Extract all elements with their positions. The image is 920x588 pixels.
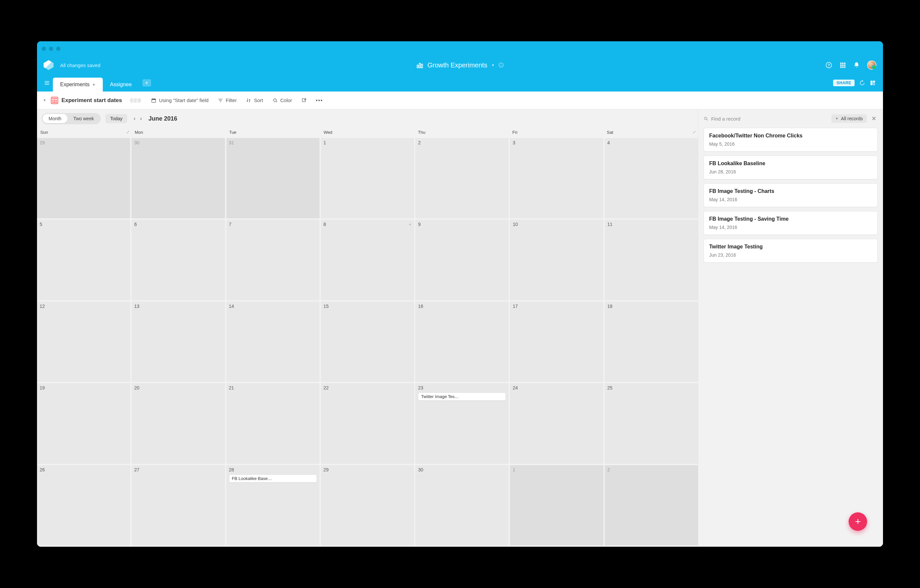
calendar-day-cell[interactable]: 2+: [605, 465, 698, 545]
help-icon[interactable]: ?: [826, 62, 832, 68]
top-right-actions: ?: [826, 60, 876, 70]
chevron-down-icon: ▼: [43, 99, 46, 102]
calendar-day-cell[interactable]: 25+: [605, 383, 698, 464]
svg-rect-0: [417, 65, 418, 68]
sidebar-toggle[interactable]: [41, 80, 53, 86]
record-card[interactable]: FB Image Testing - Saving TimeMay 14, 20…: [703, 211, 878, 235]
view-switcher[interactable]: ▼ Experiment start dates: [43, 97, 122, 104]
day-number: 7: [229, 222, 317, 227]
window-minimize-dot[interactable]: [49, 47, 53, 51]
collaborators-icon[interactable]: [131, 97, 142, 103]
more-options-button[interactable]: •••: [316, 97, 323, 103]
window-zoom-dot[interactable]: [56, 47, 60, 51]
calendar-day-cell[interactable]: 1+: [510, 465, 603, 545]
date-field-config[interactable]: Using "Start date" field: [151, 97, 209, 103]
tab-assignee[interactable]: Assignee: [103, 78, 139, 92]
tab-experiments[interactable]: Experiments ▼: [53, 78, 103, 92]
close-panel-button[interactable]: ✕: [870, 115, 878, 122]
record-card[interactable]: FB Image Testing - ChartsMay 14, 2016: [703, 183, 878, 207]
calendar-day-cell[interactable]: 11+: [605, 220, 698, 300]
calendar-day-cell[interactable]: 26+: [37, 465, 130, 545]
calendar-day-cell[interactable]: 15+: [321, 302, 414, 382]
calendar-day-cell[interactable]: 27+: [131, 465, 225, 545]
calendar-day-cell[interactable]: 31+: [226, 138, 319, 218]
calendar-day-cell[interactable]: 29+: [37, 138, 130, 218]
record-title: FB Lookalike Baseline: [709, 160, 872, 166]
filter-button[interactable]: Filter: [218, 97, 236, 103]
calendar-day-cell[interactable]: 30+: [131, 138, 225, 218]
calendar-event[interactable]: FB Lookalike Base…: [229, 474, 317, 483]
calendar-day-cell[interactable]: 1+: [321, 138, 414, 218]
record-search[interactable]: Find a record: [703, 116, 828, 121]
calendar-day-cell[interactable]: 28+FB Lookalike Base…: [226, 465, 319, 545]
month-label: June 2016: [148, 115, 177, 122]
calendar-day-cell[interactable]: 19+: [37, 383, 130, 464]
window-close-dot[interactable]: [42, 47, 46, 51]
sort-button[interactable]: Sort: [246, 97, 263, 103]
svg-rect-24: [152, 99, 155, 100]
record-date: May 14, 2016: [709, 197, 872, 202]
calendar-event[interactable]: Twitter Image Tes…: [418, 393, 506, 401]
tab-label: Experiments: [60, 82, 89, 87]
calendar-day-cell[interactable]: 16+: [415, 302, 509, 382]
base-switcher[interactable]: Growth Experiments ▼: [416, 61, 504, 69]
add-table-button[interactable]: +: [143, 79, 151, 87]
record-title: Twitter Image Testing: [709, 244, 872, 250]
external-link-icon: [301, 98, 307, 103]
app-logo-icon[interactable]: [44, 60, 53, 70]
blocks-icon[interactable]: [870, 80, 876, 86]
color-button[interactable]: Color: [272, 97, 292, 103]
add-event-button[interactable]: +: [409, 222, 411, 227]
calendar-day-cell[interactable]: 10+: [510, 220, 603, 300]
info-icon[interactable]: [499, 63, 504, 68]
svg-point-32: [705, 117, 707, 120]
calendar-day-cell[interactable]: 30+: [415, 465, 509, 545]
records-filter-chip[interactable]: ▼ All records: [831, 114, 867, 123]
calendar-day-cell[interactable]: 7+: [226, 220, 319, 300]
expand-column-icon[interactable]: ⤢: [693, 130, 696, 134]
calendar-day-cell[interactable]: 21+: [226, 383, 319, 464]
seg-two-week[interactable]: Two week: [67, 114, 100, 123]
record-card[interactable]: Facebook/Twitter Non Chrome ClicksMay 5,…: [703, 128, 878, 152]
day-number: 3: [513, 140, 601, 145]
expand-column-icon[interactable]: ⤢: [126, 130, 130, 134]
add-record-fab[interactable]: +: [849, 512, 867, 531]
calendar-day-cell[interactable]: 18+: [605, 302, 698, 382]
calendar-day-cell[interactable]: 17+: [510, 302, 603, 382]
calendar-day-cell[interactable]: 6+: [131, 220, 225, 300]
svg-rect-16: [844, 66, 845, 68]
calendar-day-cell[interactable]: 8+: [321, 220, 414, 300]
calendar-day-cell[interactable]: 14+: [226, 302, 319, 382]
history-icon[interactable]: [859, 80, 865, 86]
record-card[interactable]: FB Lookalike BaselineJun 28, 2016: [703, 155, 878, 179]
calendar-pane: Month Two week Today ‹ › June 2016 Sun⤢M…: [37, 109, 698, 547]
calendar-day-cell[interactable]: 23+Twitter Image Tes…: [415, 383, 509, 464]
svg-rect-20: [870, 81, 872, 85]
month-nav: ‹ ›: [132, 114, 144, 123]
calendar-day-cell[interactable]: 12+: [37, 302, 130, 382]
calendar-day-cell[interactable]: 5+: [37, 220, 130, 300]
user-avatar[interactable]: [867, 60, 876, 70]
apps-grid-icon[interactable]: [839, 62, 846, 68]
next-month-button[interactable]: ›: [138, 114, 144, 123]
calendar-day-cell[interactable]: 24+: [510, 383, 603, 464]
record-card[interactable]: Twitter Image TestingJun 23, 2016: [703, 239, 878, 263]
today-button[interactable]: Today: [105, 114, 127, 123]
share-button[interactable]: SHARE: [833, 80, 855, 86]
seg-month[interactable]: Month: [43, 114, 67, 123]
calendar-day-cell[interactable]: 13+: [131, 302, 225, 382]
calendar-day-cell[interactable]: 20+: [131, 383, 225, 464]
calendar-day-cell[interactable]: 4+: [605, 138, 698, 218]
calendar-day-cell[interactable]: 3+: [510, 138, 603, 218]
calendar-day-cell[interactable]: 2+: [415, 138, 509, 218]
prev-month-button[interactable]: ‹: [132, 114, 138, 123]
calendar-day-cell[interactable]: 22+: [321, 383, 414, 464]
bell-icon[interactable]: [853, 62, 860, 68]
weekday-header-cell: Thu: [415, 128, 509, 137]
calendar-day-cell[interactable]: 9+: [415, 220, 509, 300]
window-titlebar: [37, 41, 883, 56]
share-view-button[interactable]: [301, 98, 307, 103]
calendar-day-cell[interactable]: 29+: [321, 465, 414, 545]
svg-rect-22: [873, 83, 875, 85]
svg-rect-2: [421, 64, 423, 68]
